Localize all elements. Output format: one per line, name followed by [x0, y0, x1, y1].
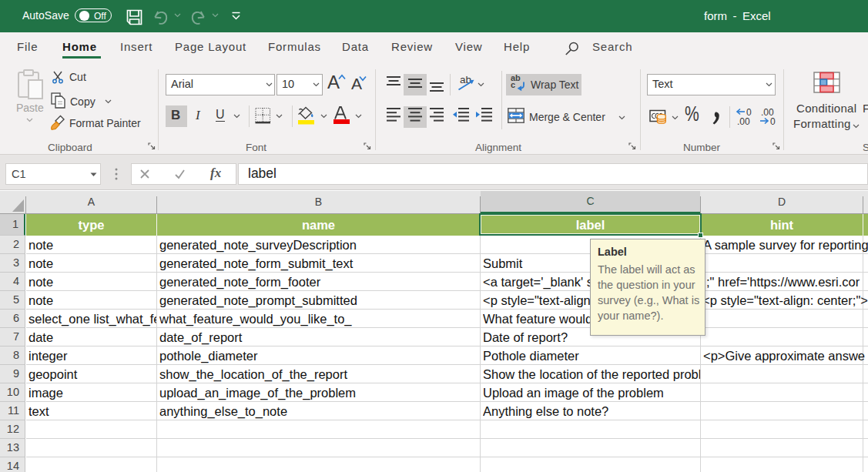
svg-text:.00: .00 [737, 116, 750, 126]
svg-text:0: 0 [770, 116, 776, 126]
